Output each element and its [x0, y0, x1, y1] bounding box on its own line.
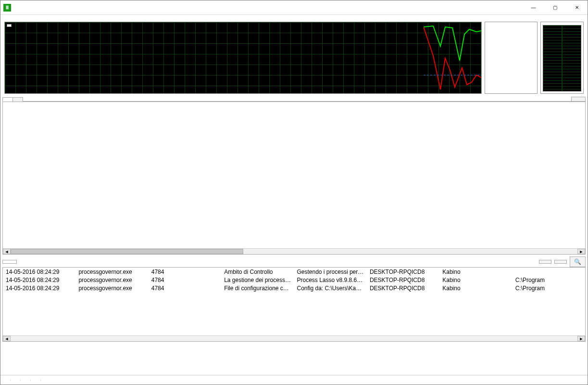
log-row[interactable]: 14-05-2016 08:24:29processgovernor.exe47… — [3, 276, 585, 284]
log-row[interactable]: 14-05-2016 08:24:29processgovernor.exe47… — [3, 284, 585, 292]
menu-file[interactable] — [11, 16, 17, 18]
menu-aiuto[interactable] — [42, 16, 48, 18]
process-tabs — [0, 96, 588, 102]
graph-panel — [0, 20, 588, 96]
menubar — [0, 15, 588, 20]
app-icon: Ⅲ — [3, 4, 11, 12]
log-search-icon[interactable]: 🔍 — [570, 257, 586, 267]
close-button[interactable]: ✕ — [566, 0, 588, 14]
hide-graph-button[interactable] — [571, 97, 586, 102]
tab-all-processes[interactable] — [2, 97, 13, 102]
cpu-core-bars — [485, 24, 537, 93]
log-row[interactable]: 14-05-2016 08:24:29processgovernor.exe47… — [3, 268, 585, 276]
log-scroll-right-icon[interactable]: ► — [577, 336, 585, 341]
statusbar — [0, 375, 588, 385]
graph-legend — [7, 24, 12, 27]
menu-opzioni[interactable] — [19, 16, 25, 18]
log-scrollbar[interactable]: ◄ ► — [3, 335, 585, 341]
minimize-button[interactable]: — — [523, 0, 544, 14]
cpu-meter — [485, 22, 538, 94]
graph-grid — [5, 22, 481, 93]
status-reactivity — [21, 379, 31, 381]
status-ram — [31, 379, 41, 381]
scroll-left-icon[interactable]: ◄ — [3, 249, 11, 254]
log-tab[interactable] — [2, 260, 17, 264]
menu-guarda[interactable] — [26, 16, 32, 18]
menu-principale[interactable] — [3, 16, 9, 18]
ram-meter-label — [541, 22, 583, 24]
graph-lines — [424, 22, 481, 94]
log-header: 🔍 — [2, 257, 586, 267]
log-table: 14-05-2016 08:24:29processgovernor.exe47… — [2, 267, 586, 342]
scroll-right-icon[interactable]: ► — [577, 249, 585, 254]
watch-log-button[interactable] — [554, 260, 567, 264]
titlebar: Ⅲ — ▢ ✕ — [0, 0, 588, 15]
window-controls: — ▢ ✕ — [523, 0, 588, 14]
main-graph — [4, 22, 482, 94]
ram-bar — [543, 25, 581, 91]
horizontal-scrollbar[interactable]: ◄ ► — [3, 248, 585, 254]
process-table: ◄ ► — [2, 102, 586, 255]
menu-aggiornamenti[interactable] — [34, 16, 40, 18]
ram-meter — [540, 22, 584, 94]
status-uptime — [578, 379, 588, 381]
maximize-button[interactable]: ▢ — [544, 0, 566, 14]
log-scroll-left-icon[interactable]: ◄ — [3, 336, 11, 341]
status-threads — [0, 379, 11, 381]
status-cpu — [11, 379, 21, 381]
scroll-thumb[interactable] — [11, 249, 243, 254]
insights-button[interactable] — [539, 260, 551, 264]
tab-active-processes[interactable] — [13, 97, 23, 102]
